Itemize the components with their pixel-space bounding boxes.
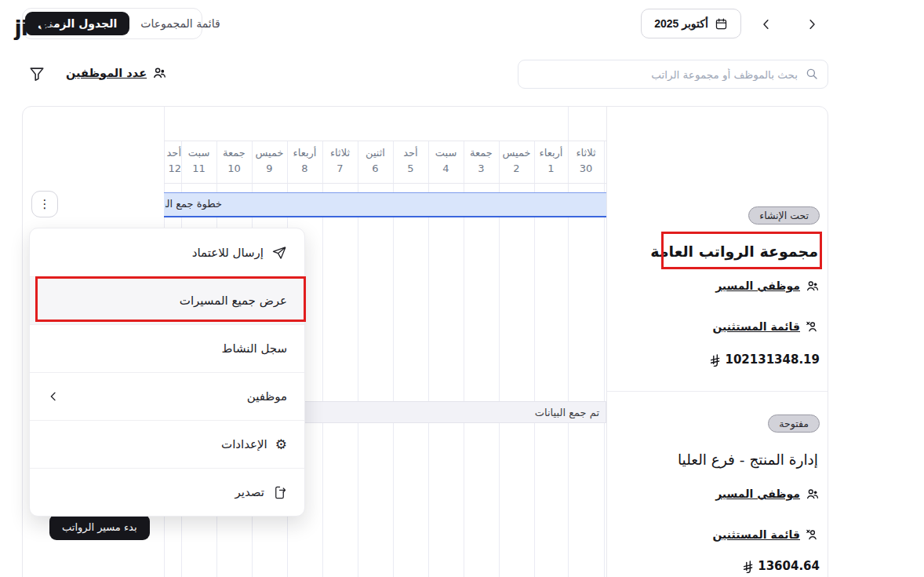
day-header: ثلاثاء30 <box>568 145 604 183</box>
people-icon <box>806 487 820 501</box>
tab-groups-list[interactable]: قائمة المجموعات <box>129 12 231 35</box>
payroll-employees-link[interactable]: موظفي المسير <box>715 279 820 293</box>
groups-info-panel: تحت الإنشاء مجموعة الرواتب العامة موظفي … <box>607 107 828 577</box>
month-picker-button[interactable]: أكتوبر 2025 <box>641 9 741 38</box>
person-x-icon <box>806 528 820 542</box>
menu-item-employees[interactable]: موظفين <box>30 372 304 420</box>
menu-item-export[interactable]: تصدير <box>30 468 304 516</box>
timeline-bar-data-collection-step[interactable]: خطوة جمع البيانات <box>164 192 606 217</box>
riyal-symbol-icon <box>742 560 754 573</box>
group-total-amount: 13604.64 <box>742 559 820 573</box>
day-header: أربعاء1 <box>534 145 568 183</box>
calendar-icon <box>715 17 728 31</box>
start-payroll-button[interactable]: بدء مسير الرواتب <box>49 514 150 540</box>
person-x-icon <box>806 320 820 334</box>
funnel-icon <box>28 65 45 82</box>
search-box <box>518 60 828 89</box>
bar-label: خطوة جمع البيانات <box>166 198 222 210</box>
menu-item-send-for-approval[interactable]: إرسال للاعتماد <box>30 228 304 276</box>
export-icon <box>272 485 287 500</box>
day-header: جمعة3 <box>464 145 499 183</box>
day-header: أربعاء8 <box>287 145 322 183</box>
group-title: إدارة المنتج - فرع العليا <box>678 451 818 468</box>
status-badge: مفتوحة <box>768 414 820 433</box>
chevron-right-icon <box>805 17 819 31</box>
day-header: سبت11 <box>181 145 216 183</box>
filter-button[interactable] <box>28 65 45 82</box>
day-header: خميس2 <box>499 145 534 183</box>
prev-month-button[interactable] <box>756 14 777 35</box>
jisr-logo: jisr® <box>6 16 63 40</box>
day-header: ثلاثاء7 <box>322 145 358 183</box>
menu-item-activity-log[interactable]: سجل النشاط <box>30 324 304 372</box>
payroll-employees-link[interactable]: موظفي المسير <box>715 487 820 501</box>
gear-icon: ⚙ <box>275 438 287 451</box>
search-input[interactable] <box>518 60 828 89</box>
menu-item-view-all-payrolls[interactable]: عرض جميع المسيرات <box>30 276 304 324</box>
riyal-symbol-icon <box>709 353 721 367</box>
kebab-menu-icon: ⋮ <box>39 197 51 211</box>
status-badge: تحت الإنشاء <box>748 206 820 225</box>
day-header: سبت4 <box>428 145 464 183</box>
group-actions-menu: إرسال للاعتماد عرض جميع المسيرات سجل الن… <box>29 228 305 517</box>
excluded-list-link[interactable]: قائمة المستثنين <box>712 320 820 334</box>
app-root: الجدول الزمني قائمة المجموعات أكتوبر 202… <box>0 0 924 577</box>
bar-label: تم جمع البيانات <box>535 407 599 418</box>
section-divider <box>607 391 828 392</box>
menu-item-settings[interactable]: ⚙ الإعدادات <box>30 420 304 468</box>
main-sidebar: A ★ <box>855 0 924 577</box>
people-icon <box>806 279 820 293</box>
search-icon <box>805 67 819 81</box>
next-month-button[interactable] <box>802 14 822 35</box>
day-header: اثنين6 <box>358 145 393 183</box>
chevron-left-icon <box>47 390 60 403</box>
employee-count-link[interactable]: عدد الموظفين <box>66 65 167 80</box>
day-header: أحد12 <box>164 145 181 183</box>
people-icon <box>152 65 167 80</box>
group-title: مجموعة الرواتب العامة <box>650 243 818 260</box>
day-header: جمعة10 <box>216 145 252 183</box>
month-picker-label: أكتوبر 2025 <box>654 17 708 30</box>
group-more-actions-button[interactable]: ⋮ <box>31 191 58 217</box>
paper-plane-icon <box>271 245 287 261</box>
day-header: خميس9 <box>252 145 287 183</box>
employee-count-label: عدد الموظفين <box>66 67 147 79</box>
excluded-list-link[interactable]: قائمة المستثنين <box>712 528 820 542</box>
chevron-left-icon <box>759 17 773 31</box>
day-header: أحد5 <box>393 145 428 183</box>
group-total-amount: 102131348.19 <box>709 352 820 367</box>
